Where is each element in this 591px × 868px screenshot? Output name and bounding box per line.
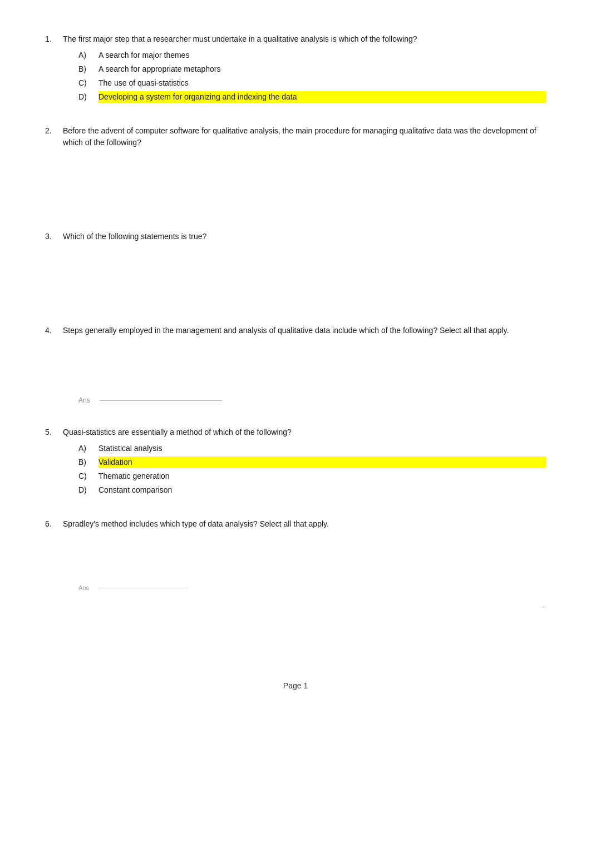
list-item: A) A search for major themes — [78, 49, 546, 61]
q6-text: Spradley's method includes which type of… — [63, 518, 546, 530]
list-item: B) A search for appropriate metaphors — [78, 63, 546, 75]
q6-extra-space — [45, 614, 546, 648]
answer-letter: A) — [78, 443, 92, 454]
question-1: 1. The first major step that a researche… — [45, 33, 546, 103]
answer-letter: C) — [78, 77, 92, 89]
answer-letter: D) — [78, 484, 92, 496]
q6-number: 6. — [45, 518, 58, 530]
q4-answer-lines: Ans — [78, 396, 546, 404]
question-4: 4. Steps generally employed in the manag… — [45, 325, 546, 404]
q4-text: Steps generally employed in the manageme… — [63, 325, 546, 336]
answer-text: Thematic generation — [98, 470, 546, 482]
answer-text: A search for appropriate metaphors — [98, 63, 546, 75]
list-item: B) Validation — [78, 457, 546, 468]
q1-text: The first major step that a researcher m… — [63, 33, 546, 45]
answer-text-highlighted: Developing a system for organizing and i… — [98, 91, 546, 103]
q6-answer-space — [45, 534, 546, 573]
list-item: A) Statistical analysis — [78, 443, 546, 454]
q2-number: 2. — [45, 125, 58, 148]
small-label: Ans — [78, 584, 94, 591]
answer-letter: B) — [78, 63, 92, 75]
answer-line-short — [98, 588, 188, 588]
answer-letter: A) — [78, 49, 92, 61]
list-item: C) The use of quasi-statistics — [78, 77, 546, 89]
answer-text: The use of quasi-statistics — [98, 77, 546, 89]
question-3: 3. Which of the following statements is … — [45, 231, 546, 302]
page-number: Page 1 — [283, 681, 308, 690]
answer-letter: C) — [78, 470, 92, 482]
q5-answers: A) Statistical analysis B) Validation C)… — [78, 443, 546, 496]
question-2: 2. Before the advent of computer softwar… — [45, 125, 546, 209]
q4-answer-space — [45, 341, 546, 385]
corner-note: ... — [541, 602, 546, 609]
q1-answers: A) A search for major themes B) A search… — [78, 49, 546, 103]
q2-text: Before the advent of computer software f… — [63, 125, 546, 148]
list-item: D) Constant comparison — [78, 484, 546, 496]
q2-answer-space — [45, 153, 546, 209]
list-item: D) Developing a system for organizing an… — [78, 91, 546, 103]
q3-number: 3. — [45, 231, 58, 242]
answer-text: A search for major themes — [98, 49, 546, 61]
answer-text-highlighted: Validation — [98, 457, 546, 468]
list-item: C) Thematic generation — [78, 470, 546, 482]
answer-text: Constant comparison — [98, 484, 546, 496]
q3-answer-space — [45, 247, 546, 302]
page-footer: Page 1 — [45, 681, 546, 690]
answer-line-dash — [100, 400, 222, 401]
question-6: 6. Spradley's method includes which type… — [45, 518, 546, 648]
q5-text: Quasi-statistics are essentially a metho… — [63, 426, 546, 438]
q3-text: Which of the following statements is tru… — [63, 231, 546, 242]
q4-number: 4. — [45, 325, 58, 336]
line-label: Ans — [78, 396, 95, 404]
q5-number: 5. — [45, 426, 58, 438]
answer-text: Statistical analysis — [98, 443, 546, 454]
answer-letter: D) — [78, 91, 92, 103]
page-content: 1. The first major step that a researche… — [45, 33, 546, 690]
q1-number: 1. — [45, 33, 58, 45]
answer-letter: B) — [78, 457, 92, 468]
question-5: 5. Quasi-statistics are essentially a me… — [45, 426, 546, 496]
q6-answer-lines: Ans — [78, 584, 546, 591]
